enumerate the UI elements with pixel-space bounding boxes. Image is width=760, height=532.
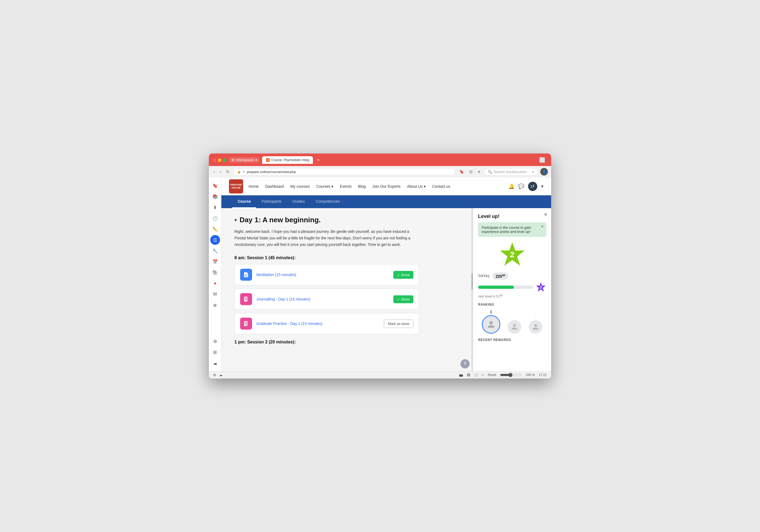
nav-join-experts[interactable]: Join Our Experts [372,184,401,189]
profile-icon[interactable]: 👤 [540,168,548,175]
tab-competencies[interactable]: Competencies [310,195,346,208]
xp-suffix: xp [502,273,505,277]
nav-my-courses[interactable]: My courses [290,184,310,189]
sidebar-item-library[interactable]: 📚 [210,192,220,201]
nav-contact-us[interactable]: Contact us [432,184,451,189]
maximize-button[interactable] [223,158,226,162]
sidebar-item-history[interactable]: 🕐 [210,213,220,223]
collapse-arrow-icon[interactable]: ▾ [234,217,237,223]
minimize-button[interactable] [218,158,221,162]
bookmark-list-icon[interactable]: ⊟ [468,169,474,175]
code-icon[interactable]: ‹› [482,373,484,377]
ranking-label: RANKING [478,303,546,307]
xp-value: 225 [496,274,502,278]
ranking-row: 1 - [478,310,546,334]
search-bar[interactable]: 🔍 Search DuckDuckGo ▾ [484,168,538,175]
forward-button[interactable]: › [218,169,222,175]
nav-home[interactable]: Home [249,184,259,189]
close-button[interactable] [213,158,216,162]
sidebar-item-add[interactable]: ⊕ [210,300,220,310]
url-bar[interactable]: 🔒 ⊕ prepare.online/course/view.php [233,168,455,175]
grid-icon[interactable]: ⊞ [213,373,216,377]
day-header: ▾ Day 1: A new beginning. [234,216,458,224]
recent-rewards-label: RECENT REWARDS [478,338,546,342]
sidebar-item-mastodon[interactable]: 🐘 [210,267,220,277]
about-chevron-icon: ▾ [424,184,426,189]
session2-label: 1 pm: Session 2 (20 minutes): [234,340,458,345]
image-icon[interactable]: 🖼 [467,373,470,377]
sidebar-item-download[interactable]: ⬇ [210,202,220,212]
sidebar-item-wikipedia[interactable]: W [210,289,220,299]
url-shield-icon: ⊕ [243,170,245,173]
bookmark-icon[interactable]: 🔖 [458,169,465,175]
browser-menu-icon[interactable]: ⬜ [537,157,547,163]
sidebar-item-list-active[interactable]: ☰ [210,235,220,245]
nav-about-us[interactable]: About Us ▾ [407,184,426,189]
mark-as-done-button-gratitude[interactable]: Mark as done [384,319,413,328]
activity-title-meditation[interactable]: Meditation (15 minutes) [257,272,296,277]
sidebar-item-grid[interactable]: ⊞ [210,347,220,357]
tab-grades[interactable]: Grades [287,195,310,208]
cloud-sync-icon[interactable]: ☁ [219,373,222,377]
star-level-container: 2 [478,241,546,268]
zoom-slider[interactable] [500,373,522,377]
rank-avatar-1 [482,315,500,334]
document-icon [243,272,249,278]
sidebar-item-edit[interactable]: ✏️ [210,224,220,234]
message-icon[interactable]: 💬 [518,183,524,189]
sidebar: 🔖 📚 ⬇ 🕐 ✏️ ☰ 🔧 📅 🐘 ♦ W ⊕ ⚙ ⊞ ☁ [209,177,221,371]
tab-course[interactable]: Course [232,195,256,208]
sidebar-item-settings[interactable]: ⚙ [210,336,220,346]
nav-dashboard[interactable]: Dashboard [265,184,284,189]
user-avatar[interactable]: LT [528,182,537,191]
nav-events[interactable]: Events [340,184,352,189]
total-row: TOTAL 225xp [478,272,546,280]
xp-tooltip-close-icon[interactable]: ✕ [541,224,544,228]
chevron-down-icon[interactable]: ▾ [476,169,482,175]
help-button[interactable]: ? [460,359,470,368]
sidebar-item-cloud[interactable]: ☁ [210,358,220,368]
session1-label: 8 am: Session 1 (45 minutes): [234,255,458,260]
activity-title-gratitude[interactable]: Gratitude Practice - Day 1 (15 minutes) [257,321,322,326]
user-avatar-icon-2 [511,323,518,330]
activity-title-journalling[interactable]: Journalling - Day 1 (15 minutes) [257,297,310,301]
sidebar-item-calendar[interactable]: 📅 [210,257,220,266]
nav-courses[interactable]: Courses ▾ [316,184,333,189]
notification-bell-icon[interactable]: 🔔 [508,183,514,189]
chevron-down-icon: ▾ [255,158,257,162]
reset-label[interactable]: Reset [488,373,496,377]
close-panel-button[interactable]: ✕ [544,212,547,217]
rank-item-1: 1 [482,310,500,334]
scroll-handle [472,273,473,290]
user-avatar-icon-3 [532,323,539,330]
square-icon[interactable]: ⬜ [474,373,478,377]
zoom-value: 100 % [526,373,535,377]
sidebar-item-bookmarks[interactable]: 🔖 [210,181,220,190]
browser-tab-active[interactable]: ▪ Course: Psychedelic Integ [262,156,313,164]
nav-about-us-label: About Us [407,184,423,189]
activity-left-2: Journalling - Day 1 (15 minutes) [240,293,310,305]
nav-right: 🔔 💬 LT ▾ [508,182,544,191]
level-up-title: Level up! [478,214,546,219]
course-content: ▾ Day 1: A new beginning. Right, welcome… [221,208,471,371]
nav-links: Home Dashboard My courses Courses ▾ Even… [249,184,508,189]
course-tabs: Course Participants Grades Competencies [221,195,551,208]
new-tab-button[interactable]: + [314,157,322,164]
sidebar-item-tools[interactable]: 🔧 [210,246,220,256]
done-button-meditation[interactable]: ✓ Done [393,271,413,279]
tab-title: Course: Psychedelic Integ [271,158,309,162]
screenshot-icon[interactable]: 📷 [459,373,463,377]
app-layout: 🔖 📚 ⬇ 🕐 ✏️ ☰ 🔧 📅 🐘 ♦ W ⊕ ⚙ ⊞ ☁ PREPAREON… [209,177,551,371]
activity-card-journalling: Journalling - Day 1 (15 minutes) ✓ Done [234,289,419,310]
activity-left: Meditation (15 minutes) [240,269,296,281]
back-button[interactable]: ‹ [212,169,216,175]
tab-participants[interactable]: Participants [256,195,287,208]
nav-blog[interactable]: Blog [358,184,366,189]
workspace-button[interactable]: ❖ Workspaces ▾ [229,157,260,163]
sidebar-item-vivaldi[interactable]: ♦ [210,278,220,288]
done-button-journalling[interactable]: ✓ Done [393,295,413,303]
xp-tooltip: Participate in the course to gain experi… [478,222,546,237]
reload-button[interactable]: ↻ [225,169,231,175]
clock: 17:21 [539,373,547,377]
user-menu-chevron-icon[interactable]: ▾ [541,183,544,189]
